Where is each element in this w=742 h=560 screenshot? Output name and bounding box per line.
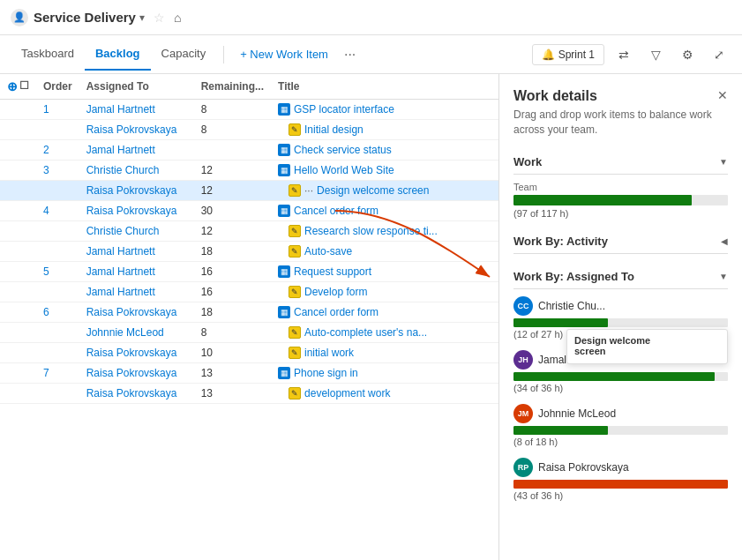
person-bar-container-1 <box>513 372 728 381</box>
new-work-item-button[interactable]: + New Work Item <box>231 43 337 65</box>
cell-remaining: 16 <box>194 262 271 282</box>
cell-order <box>0 363 36 384</box>
panel-header: Work details ✕ <box>513 88 728 104</box>
cell-order <box>0 282 36 302</box>
add-row-icon[interactable]: ⊕ <box>7 79 18 93</box>
work-item-link[interactable]: Request support <box>294 265 371 278</box>
work-item-link[interactable]: Phone sign in <box>294 367 358 379</box>
more-options-button[interactable]: ··· <box>337 43 363 66</box>
cell-remaining: 13 <box>194 384 271 404</box>
tab-taskboard[interactable]: Taskboard <box>11 38 85 71</box>
table-row: 4 Raisa Pokrovskaya 30 ▦ Cancel order fo… <box>0 201 498 221</box>
cell-assigned[interactable]: Raisa Pokrovskaya <box>79 363 194 384</box>
table-row: Jamal Hartnett 18 ✎ Auto-save <box>0 242 498 262</box>
work-item-link[interactable]: Research slow response ti... <box>304 225 438 237</box>
table-row: Jamal Hartnett 16 ✎ Develop form <box>0 282 498 302</box>
cell-num <box>36 384 79 404</box>
user-icon: 👤 <box>11 9 28 26</box>
cell-remaining: 18 <box>194 302 271 323</box>
activity-section-header[interactable]: Work By: Activity ◀ <box>513 229 728 254</box>
cell-assigned[interactable]: Raisa Pokrovskaya <box>79 201 194 221</box>
work-item-link[interactable]: initial work <box>304 347 354 359</box>
person-bar-fill-1 <box>513 372 715 381</box>
work-section-title: Work <box>513 155 542 168</box>
cell-assigned[interactable]: Jamal Hartnett <box>79 100 194 120</box>
cell-assigned[interactable]: Raisa Pokrovskaya <box>79 384 194 404</box>
work-item-link[interactable]: Cancel order form <box>294 205 378 217</box>
dropdown-arrow-icon[interactable]: ▾ <box>139 11 145 24</box>
cell-remaining: 12 <box>194 161 271 181</box>
work-item-link[interactable]: Design welcome screen <box>317 184 429 197</box>
person-bar-container-2 <box>513 426 728 435</box>
cell-remaining: 8 <box>194 323 271 343</box>
work-item-link[interactable]: Check service status <box>294 144 392 156</box>
person-header-0: CC Christie Chu... <box>513 296 728 316</box>
backlog-area: ⊕ ☐ Order Assigned To Remaining... Title… <box>0 74 499 560</box>
cell-assigned[interactable]: Jamal Hartnett <box>79 140 194 161</box>
cell-title: ▦ Phone sign in <box>271 363 498 384</box>
cell-title: ✎ ··· Design welcome screen <box>271 181 498 201</box>
work-item-link[interactable]: Auto-complete user's na... <box>304 326 427 339</box>
cell-assigned[interactable]: Jamal Hartnett <box>79 262 194 282</box>
settings-sliders-button[interactable]: ⇄ <box>611 42 636 67</box>
team-bar-fill <box>513 195 692 205</box>
filter-button[interactable]: ▽ <box>643 42 668 67</box>
cell-num: 2 <box>36 140 79 161</box>
cell-assigned[interactable]: Raisa Pokrovskaya <box>79 120 194 140</box>
activity-section-arrow: ◀ <box>721 236 728 246</box>
assigned-to-section-header[interactable]: Work By: Assigned To ▼ <box>513 265 728 289</box>
work-item-link[interactable]: Cancel order form <box>294 306 378 318</box>
tab-capacity[interactable]: Capacity <box>151 38 217 71</box>
person-bar-container-3 <box>513 480 728 489</box>
gear-button[interactable]: ⚙ <box>675 42 700 67</box>
cell-order <box>0 343 36 363</box>
table-row: 7 Raisa Pokrovskaya 13 ▦ Phone sign in <box>0 363 498 384</box>
cell-order <box>0 221 36 242</box>
persons-container: CC Christie Chu... Design welcomescreen … <box>513 296 728 501</box>
activity-section-title: Work By: Activity <box>513 235 608 248</box>
cell-assigned[interactable]: Jamal Hartnett <box>79 282 194 302</box>
top-bar: 👤 Service Delivery ▾ ☆ ⌂ <box>0 0 742 35</box>
cell-order <box>0 161 36 181</box>
cell-title: ✎ Develop form <box>271 282 498 302</box>
member-icon[interactable]: ⌂ <box>174 11 181 25</box>
cell-order <box>0 181 36 201</box>
work-section-arrow: ▼ <box>719 157 728 167</box>
cell-assigned[interactable]: Christie Church <box>79 221 194 242</box>
cell-assigned[interactable]: Johnnie McLeod <box>79 323 194 343</box>
work-item-link[interactable]: GSP locator interface <box>294 103 394 116</box>
work-item-link[interactable]: Auto-save <box>304 245 352 258</box>
person-bar-fill-0 <box>513 318 608 327</box>
cell-assigned[interactable]: Christie Church <box>79 161 194 181</box>
cell-title: ✎ initial work <box>271 343 498 363</box>
cell-assigned[interactable]: Raisa Pokrovskaya <box>79 343 194 363</box>
cell-num: 1 <box>36 100 79 120</box>
cell-num <box>36 323 79 343</box>
work-item-link[interactable]: development work <box>304 387 390 399</box>
table-row: 5 Jamal Hartnett 16 ▦ Request support <box>0 262 498 282</box>
tooltip-title: Design welcomescreen <box>574 335 720 356</box>
cell-num: 7 <box>36 363 79 384</box>
work-item-link[interactable]: Develop form <box>304 286 367 298</box>
work-item-link[interactable]: Initial design <box>304 123 364 136</box>
cell-assigned[interactable]: Raisa Pokrovskaya <box>79 302 194 323</box>
sprint-selector[interactable]: 🔔 Sprint 1 <box>532 44 604 65</box>
favorite-icon[interactable]: ☆ <box>154 11 165 25</box>
cell-order <box>0 242 36 262</box>
cell-order <box>0 140 36 161</box>
person-avatar-3: RP <box>513 458 533 477</box>
checkbox-icon[interactable]: ☐ <box>19 79 29 93</box>
cell-assigned[interactable]: Jamal Hartnett <box>79 242 194 262</box>
th-assigned-to: Assigned To <box>79 74 194 100</box>
tab-backlog[interactable]: Backlog <box>85 38 151 71</box>
person-row: RP Raisa Pokrovskaya (43 of 36 h) <box>513 458 728 501</box>
work-item-link[interactable]: Hello World Web Site <box>294 164 394 176</box>
work-section-header[interactable]: Work ▼ <box>513 150 728 175</box>
fullscreen-button[interactable]: ⤢ <box>707 42 731 67</box>
cell-title: ✎ Auto-complete user's na... <box>271 323 498 343</box>
person-bar-container-0 <box>513 318 728 327</box>
panel-close-button[interactable]: ✕ <box>717 88 728 102</box>
row-ellipsis-button[interactable]: ··· <box>304 184 313 197</box>
cell-assigned[interactable]: Raisa Pokrovskaya <box>79 181 194 201</box>
person-avatar-1: JH <box>513 350 533 370</box>
